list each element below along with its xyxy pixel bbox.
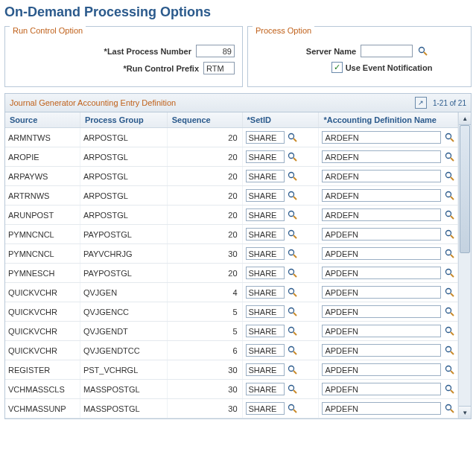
- setid-lookup-icon[interactable]: [288, 326, 298, 337]
- svg-line-37: [451, 293, 454, 296]
- adn-lookup-icon[interactable]: [444, 384, 454, 395]
- adn-input[interactable]: [322, 247, 441, 260]
- setid-input[interactable]: [246, 383, 285, 395]
- scroll-up-icon[interactable]: ▲: [459, 112, 471, 125]
- setid-lookup-icon[interactable]: [288, 229, 298, 240]
- adn-input[interactable]: [322, 305, 441, 318]
- adn-lookup-icon[interactable]: [444, 210, 454, 220]
- setid-input[interactable]: [246, 150, 285, 163]
- svg-line-19: [293, 216, 296, 219]
- col-header-process-group[interactable]: Process Group: [80, 112, 167, 128]
- cell-source: QUICKVCHR: [5, 302, 80, 322]
- adn-input[interactable]: [322, 383, 441, 395]
- svg-point-18: [289, 211, 294, 217]
- adn-lookup-icon[interactable]: [444, 345, 454, 356]
- setid-input[interactable]: [246, 170, 285, 182]
- adn-input[interactable]: [322, 363, 441, 376]
- svg-line-53: [451, 371, 454, 374]
- adn-lookup-icon[interactable]: [444, 404, 454, 414]
- setid-lookup-icon[interactable]: [288, 133, 298, 143]
- setid-input[interactable]: [246, 247, 285, 260]
- adn-input[interactable]: [322, 131, 441, 144]
- col-header-source[interactable]: Source: [5, 112, 80, 128]
- adn-input[interactable]: [322, 170, 441, 182]
- setid-lookup-icon[interactable]: [288, 384, 298, 395]
- adn-lookup-icon[interactable]: [444, 133, 454, 143]
- svg-line-29: [451, 255, 454, 258]
- setid-input[interactable]: [246, 131, 285, 144]
- setid-lookup-icon[interactable]: [288, 210, 298, 220]
- adn-lookup-icon[interactable]: [444, 268, 454, 278]
- setid-input[interactable]: [246, 208, 285, 221]
- adn-input[interactable]: [322, 344, 441, 357]
- adn-lookup-icon[interactable]: [444, 171, 454, 182]
- setid-lookup-icon[interactable]: [288, 345, 298, 356]
- run-control-prefix-input[interactable]: [203, 62, 235, 74]
- last-process-number-input[interactable]: [196, 45, 235, 57]
- cell-process-group: ARPOSTGL: [80, 128, 167, 147]
- grid-popout-icon[interactable]: ↗: [415, 97, 427, 109]
- run-control-panel: Run Control Option *Last Process Number …: [4, 26, 243, 87]
- setid-input[interactable]: [246, 344, 285, 357]
- adn-input[interactable]: [322, 402, 441, 415]
- cell-sequence: 20: [167, 167, 242, 186]
- adn-input[interactable]: [322, 189, 441, 202]
- svg-line-21: [451, 216, 454, 219]
- cell-process-group: ARPOSTGL: [80, 167, 167, 186]
- cell-source: ARTRNWS: [5, 186, 80, 206]
- svg-line-41: [451, 313, 454, 316]
- server-name-input[interactable]: [361, 45, 413, 57]
- col-header-adn[interactable]: *Accounting Definition Name: [319, 112, 458, 128]
- cell-source: PYMNESCH: [5, 264, 80, 283]
- setid-lookup-icon[interactable]: [288, 249, 298, 259]
- setid-input[interactable]: [246, 325, 285, 337]
- setid-input[interactable]: [246, 363, 285, 376]
- col-header-sequence[interactable]: Sequence: [167, 112, 242, 128]
- svg-point-12: [445, 173, 451, 178]
- adn-input[interactable]: [322, 286, 441, 299]
- setid-input[interactable]: [246, 189, 285, 202]
- setid-lookup-icon[interactable]: [288, 287, 298, 298]
- adn-lookup-icon[interactable]: [444, 326, 454, 337]
- cell-process-group: PAYPOSTGL: [80, 264, 167, 283]
- setid-input[interactable]: [246, 267, 285, 279]
- cell-process-group: MASSPOSTGL: [80, 399, 167, 418]
- adn-input[interactable]: [322, 208, 441, 221]
- adn-input[interactable]: [322, 267, 441, 279]
- col-header-setid[interactable]: *SetID: [242, 112, 319, 128]
- adn-lookup-icon[interactable]: [444, 365, 454, 375]
- scroll-down-icon[interactable]: ▼: [459, 406, 471, 418]
- setid-lookup-icon[interactable]: [288, 307, 298, 317]
- svg-point-50: [289, 366, 294, 372]
- adn-input[interactable]: [322, 228, 441, 241]
- adn-lookup-icon[interactable]: [444, 152, 454, 162]
- adn-lookup-icon[interactable]: [444, 287, 454, 298]
- setid-lookup-icon[interactable]: [288, 191, 298, 201]
- setid-input[interactable]: [246, 286, 285, 299]
- server-name-lookup-icon[interactable]: [417, 46, 428, 57]
- adn-input[interactable]: [322, 150, 441, 163]
- table-row: PYMNCNCLPAYPOSTGL20: [5, 225, 458, 244]
- setid-input[interactable]: [246, 228, 285, 241]
- svg-line-7: [293, 158, 296, 161]
- svg-line-3: [293, 138, 296, 141]
- svg-point-32: [445, 270, 451, 275]
- setid-lookup-icon[interactable]: [288, 171, 298, 182]
- setid-input[interactable]: [246, 305, 285, 318]
- table-row: PYMNESCHPAYPOSTGL20: [5, 264, 458, 283]
- setid-input[interactable]: [246, 402, 285, 415]
- cell-source: ARPAYWS: [5, 167, 80, 186]
- adn-input[interactable]: [322, 325, 441, 337]
- setid-lookup-icon[interactable]: [288, 404, 298, 414]
- grid-scrollbar[interactable]: ▲ ▼: [458, 112, 471, 418]
- use-event-notification-checkbox[interactable]: ✓: [331, 62, 343, 73]
- scroll-thumb[interactable]: [460, 125, 470, 253]
- adn-lookup-icon[interactable]: [444, 229, 454, 240]
- adn-lookup-icon[interactable]: [444, 191, 454, 201]
- setid-lookup-icon[interactable]: [288, 268, 298, 278]
- adn-lookup-icon[interactable]: [444, 249, 454, 259]
- svg-line-27: [293, 255, 296, 258]
- adn-lookup-icon[interactable]: [444, 307, 454, 317]
- setid-lookup-icon[interactable]: [288, 152, 298, 162]
- setid-lookup-icon[interactable]: [288, 365, 298, 375]
